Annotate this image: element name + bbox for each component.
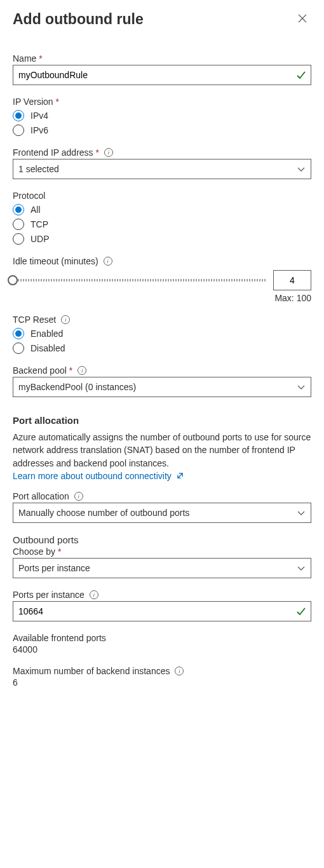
info-icon[interactable]: i (90, 590, 98, 599)
backendpool-label: Backend pool (13, 365, 67, 376)
protocol-label: Protocol (13, 191, 45, 201)
panel-title: Add outbound rule (13, 11, 144, 28)
idle-value-input[interactable] (273, 270, 311, 290)
chevron-down-icon (297, 564, 306, 573)
avail-value: 64000 (13, 644, 311, 654)
radio-protocol-udp[interactable]: UDP (13, 233, 311, 245)
maxinst-value: 6 (13, 677, 311, 688)
slider-thumb[interactable] (8, 275, 18, 285)
radio-protocol-tcp[interactable]: TCP (13, 219, 311, 230)
chevron-down-icon (297, 383, 306, 391)
chevron-down-icon (297, 508, 306, 517)
radio-label: Enabled (30, 329, 63, 339)
ppi-input[interactable] (13, 601, 311, 621)
chooseby-select[interactable]: Ports per instance (13, 558, 311, 578)
tcpreset-label: TCP Reset (13, 315, 56, 325)
radio-label: TCP (30, 219, 48, 229)
radio-protocol-all[interactable]: All (13, 204, 311, 215)
radio-icon (13, 342, 24, 354)
avail-label: Available frontend ports (13, 633, 106, 643)
radio-icon (13, 204, 24, 215)
portalloc-description: Azure automatically assigns the number o… (13, 431, 311, 482)
radio-tcpreset-disabled[interactable]: Disabled (13, 342, 311, 354)
required-marker: * (69, 365, 72, 376)
info-icon[interactable]: i (78, 366, 86, 375)
name-input[interactable] (13, 65, 311, 85)
backendpool-select[interactable]: myBackendPool (0 instances) (13, 377, 311, 397)
checkmark-icon (296, 606, 306, 616)
select-value: Ports per instance (18, 563, 90, 573)
chevron-down-icon (297, 165, 306, 173)
frontend-label: Frontend IP address (13, 147, 93, 158)
radio-label: Disabled (30, 343, 65, 353)
ppi-label: Ports per instance (13, 590, 84, 600)
required-marker: * (56, 97, 59, 107)
idle-label: Idle timeout (minutes) (13, 256, 98, 266)
radio-label: UDP (30, 234, 50, 244)
info-icon[interactable]: i (61, 315, 70, 324)
required-marker: * (39, 53, 42, 64)
close-button[interactable] (294, 10, 311, 28)
radio-label: IPv6 (30, 125, 48, 135)
outbound-section-title: Outbound ports (13, 534, 311, 545)
info-icon[interactable]: i (104, 257, 112, 266)
portalloc-select[interactable]: Manually choose number of outbound ports (13, 503, 311, 523)
name-label: Name (13, 53, 36, 64)
info-icon[interactable]: i (175, 667, 184, 675)
required-marker: * (58, 546, 61, 557)
maxinst-label: Maximum number of backend instances (13, 666, 170, 676)
close-icon (298, 14, 307, 25)
radio-label: IPv4 (30, 111, 48, 121)
frontend-select[interactable]: 1 selected (13, 159, 311, 179)
radio-icon (13, 328, 24, 339)
select-value: 1 selected (18, 164, 59, 174)
external-link-icon (177, 470, 184, 482)
radio-ipv6[interactable]: IPv6 (13, 125, 311, 136)
info-icon[interactable]: i (104, 148, 113, 157)
radio-icon (13, 219, 24, 230)
portalloc-label: Port allocation (13, 491, 69, 501)
portalloc-section-title: Port allocation (13, 415, 311, 426)
select-value: myBackendPool (0 instances) (18, 382, 136, 392)
radio-icon (13, 110, 24, 121)
required-marker: * (96, 147, 99, 158)
select-value: Manually choose number of outbound ports (18, 508, 189, 518)
info-icon[interactable]: i (74, 492, 83, 501)
radio-icon (13, 125, 24, 136)
learn-more-link[interactable]: Learn more about outbound connectivity (13, 471, 184, 481)
idle-max-label: Max: 100 (13, 293, 311, 303)
radio-tcpreset-enabled[interactable]: Enabled (13, 328, 311, 339)
radio-ipv4[interactable]: IPv4 (13, 110, 311, 121)
chooseby-label: Choose by (13, 546, 55, 557)
radio-icon (13, 233, 24, 245)
radio-label: All (30, 205, 41, 215)
ipversion-label: IP Version (13, 97, 53, 107)
idle-slider[interactable] (13, 279, 266, 281)
checkmark-icon (296, 70, 306, 80)
